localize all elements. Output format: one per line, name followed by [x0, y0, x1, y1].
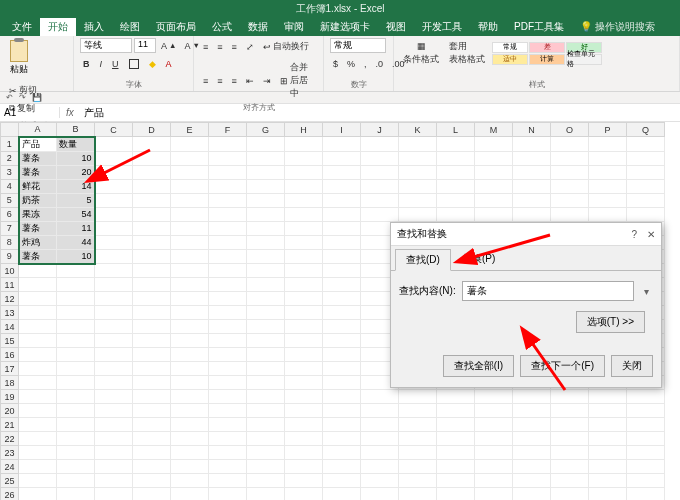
- cell[interactable]: [209, 264, 247, 278]
- row-header[interactable]: 22: [1, 432, 19, 446]
- cell[interactable]: [285, 404, 323, 418]
- cell[interactable]: [589, 432, 627, 446]
- cell[interactable]: [513, 488, 551, 501]
- cell[interactable]: [171, 418, 209, 432]
- tab-find[interactable]: 查找(D): [395, 249, 451, 271]
- cell[interactable]: 炸鸡: [19, 235, 57, 249]
- row-header[interactable]: 14: [1, 320, 19, 334]
- cell[interactable]: [589, 165, 627, 179]
- cell[interactable]: [57, 348, 95, 362]
- cell[interactable]: 10: [57, 249, 95, 264]
- cell[interactable]: [323, 488, 361, 501]
- col-header-A[interactable]: A: [19, 123, 57, 137]
- cell[interactable]: [285, 334, 323, 348]
- cell[interactable]: [171, 376, 209, 390]
- cell[interactable]: [285, 193, 323, 207]
- cell[interactable]: [95, 193, 133, 207]
- cell[interactable]: [171, 432, 209, 446]
- col-header-G[interactable]: G: [247, 123, 285, 137]
- col-header-K[interactable]: K: [399, 123, 437, 137]
- cell[interactable]: [551, 137, 589, 152]
- cell[interactable]: [95, 207, 133, 221]
- cell[interactable]: [95, 278, 133, 292]
- cell[interactable]: [551, 432, 589, 446]
- align-mid-button[interactable]: ≡: [214, 40, 225, 54]
- cell[interactable]: [361, 137, 399, 152]
- cell[interactable]: [475, 207, 513, 221]
- tab-home[interactable]: 开始: [40, 18, 76, 36]
- cell[interactable]: [133, 446, 171, 460]
- cell[interactable]: [475, 488, 513, 501]
- cell[interactable]: [95, 320, 133, 334]
- cell[interactable]: [247, 292, 285, 306]
- cell[interactable]: [247, 362, 285, 376]
- col-header-D[interactable]: D: [133, 123, 171, 137]
- cell[interactable]: [209, 390, 247, 404]
- formula-input[interactable]: 产品: [80, 106, 680, 120]
- align-left-button[interactable]: ≡: [200, 74, 211, 88]
- name-box[interactable]: A1: [0, 107, 60, 118]
- cell[interactable]: [209, 278, 247, 292]
- cell[interactable]: [133, 474, 171, 488]
- fill-color-button[interactable]: ◆: [146, 57, 159, 71]
- redo-icon[interactable]: ↷: [19, 93, 26, 102]
- col-header-M[interactable]: M: [475, 123, 513, 137]
- col-header-B[interactable]: B: [57, 123, 95, 137]
- cell[interactable]: [209, 348, 247, 362]
- cell[interactable]: [589, 390, 627, 404]
- cell[interactable]: [285, 488, 323, 501]
- cell[interactable]: [95, 418, 133, 432]
- cell[interactable]: [95, 348, 133, 362]
- cell[interactable]: [19, 306, 57, 320]
- cell[interactable]: [57, 362, 95, 376]
- cell[interactable]: [95, 249, 133, 264]
- conditional-format-button[interactable]: ▦条件格式: [400, 39, 442, 68]
- cell[interactable]: [627, 404, 665, 418]
- cell[interactable]: [95, 306, 133, 320]
- cell[interactable]: [589, 179, 627, 193]
- cell[interactable]: [247, 320, 285, 334]
- cell[interactable]: [19, 376, 57, 390]
- col-header-N[interactable]: N: [513, 123, 551, 137]
- cell[interactable]: [209, 179, 247, 193]
- cell[interactable]: [171, 249, 209, 264]
- cell[interactable]: [57, 292, 95, 306]
- row-header[interactable]: 16: [1, 348, 19, 362]
- options-button[interactable]: 选项(T) >>: [576, 311, 645, 333]
- row-header[interactable]: 2: [1, 151, 19, 165]
- help-icon[interactable]: ?: [631, 229, 637, 240]
- cell[interactable]: [247, 278, 285, 292]
- cell[interactable]: [627, 179, 665, 193]
- dialog-titlebar[interactable]: 查找和替换 ? ✕: [391, 223, 661, 246]
- col-header-H[interactable]: H: [285, 123, 323, 137]
- cell[interactable]: [247, 446, 285, 460]
- cell[interactable]: [513, 460, 551, 474]
- cell[interactable]: 薯条: [19, 165, 57, 179]
- cell[interactable]: [133, 207, 171, 221]
- cell[interactable]: 产品: [19, 137, 57, 152]
- cell[interactable]: [513, 207, 551, 221]
- cell[interactable]: [57, 446, 95, 460]
- cell[interactable]: [551, 404, 589, 418]
- row-header[interactable]: 1: [1, 137, 19, 152]
- cell[interactable]: [133, 488, 171, 501]
- col-header-P[interactable]: P: [589, 123, 627, 137]
- row-header[interactable]: 15: [1, 334, 19, 348]
- cell[interactable]: [589, 418, 627, 432]
- cell[interactable]: [551, 179, 589, 193]
- cell[interactable]: [133, 376, 171, 390]
- cell[interactable]: [209, 292, 247, 306]
- cell[interactable]: [247, 264, 285, 278]
- cell[interactable]: [133, 306, 171, 320]
- cell[interactable]: 奶茶: [19, 193, 57, 207]
- cell[interactable]: [399, 193, 437, 207]
- cell[interactable]: [475, 179, 513, 193]
- tab-insert[interactable]: 插入: [76, 18, 112, 36]
- cell[interactable]: [323, 137, 361, 152]
- indent-dec-button[interactable]: ⇤: [243, 74, 257, 88]
- tab-layout[interactable]: 页面布局: [148, 18, 204, 36]
- cell[interactable]: [95, 460, 133, 474]
- cell[interactable]: [19, 278, 57, 292]
- cell[interactable]: [171, 348, 209, 362]
- cell[interactable]: [247, 193, 285, 207]
